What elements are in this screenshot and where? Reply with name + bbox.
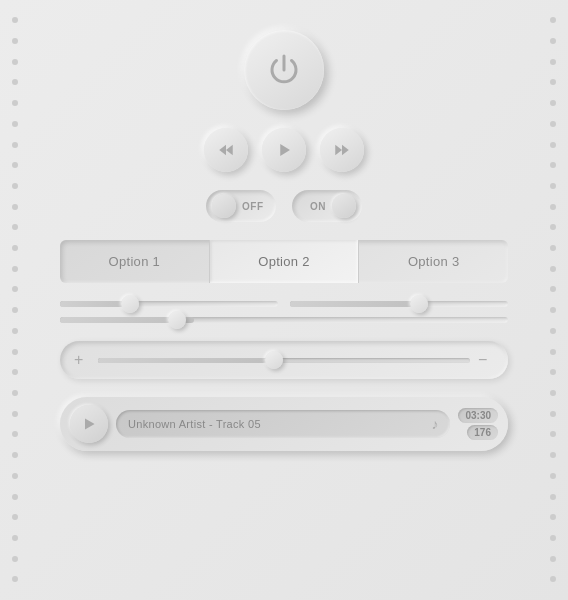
dot <box>550 59 556 65</box>
dot <box>550 307 556 313</box>
dot <box>12 59 18 65</box>
left-dot-border <box>0 0 30 600</box>
svg-marker-5 <box>85 418 95 429</box>
toggle-on-label: ON <box>310 201 326 212</box>
dot <box>550 224 556 230</box>
toggle-off-label: OFF <box>242 201 264 212</box>
slider-2-thumb[interactable] <box>410 295 428 313</box>
music-note-icon: ♪ <box>431 416 438 432</box>
slider-2-fill <box>290 301 425 307</box>
media-controls <box>204 128 364 172</box>
toggle-on-switch[interactable]: ON <box>292 190 362 222</box>
dot <box>550 369 556 375</box>
dot <box>12 79 18 85</box>
dot <box>550 121 556 127</box>
toggle-off-switch[interactable]: OFF <box>206 190 276 222</box>
dot <box>550 556 556 562</box>
volume-max-icon: − <box>478 351 494 369</box>
player-play-button[interactable] <box>70 405 108 443</box>
music-player: Unknown Artist - Track 05 ♪ 03:30 176 <box>60 397 508 451</box>
dot <box>550 204 556 210</box>
time-info: 03:30 176 <box>458 408 498 440</box>
dot <box>12 411 18 417</box>
slider-3[interactable] <box>60 317 508 323</box>
toggle-knob-on <box>332 194 356 218</box>
forward-icon <box>333 141 351 159</box>
track-info: Unknown Artist - Track 05 ♪ <box>116 410 450 438</box>
dot <box>12 390 18 396</box>
dot <box>12 535 18 541</box>
power-icon <box>266 52 302 88</box>
dot <box>12 142 18 148</box>
svg-marker-3 <box>335 145 342 156</box>
right-dot-border <box>538 0 568 600</box>
dot <box>550 162 556 168</box>
volume-thumb[interactable] <box>265 351 283 369</box>
slider-1-thumb[interactable] <box>121 295 139 313</box>
dot <box>12 17 18 23</box>
slider-2[interactable] <box>290 301 508 307</box>
dot <box>550 431 556 437</box>
dot <box>12 121 18 127</box>
slider-3-thumb[interactable] <box>168 311 186 329</box>
dot <box>550 494 556 500</box>
dot <box>12 514 18 520</box>
dot <box>550 411 556 417</box>
dot <box>550 535 556 541</box>
dot <box>550 473 556 479</box>
rewind-icon <box>217 141 235 159</box>
main-container: OFF ON Option 1 Option 2 Option 3 <box>0 0 568 600</box>
dot <box>550 183 556 189</box>
volume-track[interactable] <box>98 358 470 363</box>
dot <box>12 183 18 189</box>
segmented-control: Option 1 Option 2 Option 3 <box>60 240 508 283</box>
play-button[interactable] <box>262 128 306 172</box>
dot <box>550 349 556 355</box>
volume-fill <box>98 358 265 363</box>
dot <box>12 245 18 251</box>
dot <box>12 100 18 106</box>
volume-control: + − <box>60 341 508 379</box>
dot <box>12 494 18 500</box>
segment-option3[interactable]: Option 3 <box>359 240 508 283</box>
dot <box>550 390 556 396</box>
slider-1[interactable] <box>60 301 278 307</box>
dot <box>12 286 18 292</box>
svg-marker-1 <box>226 145 233 156</box>
dot <box>12 162 18 168</box>
volume-min-icon: + <box>74 351 90 369</box>
dot <box>550 38 556 44</box>
dot <box>12 369 18 375</box>
svg-marker-0 <box>219 145 226 156</box>
power-button[interactable] <box>244 30 324 110</box>
dot <box>12 328 18 334</box>
dot <box>12 452 18 458</box>
segment-option1[interactable]: Option 1 <box>60 240 210 283</box>
rewind-button[interactable] <box>204 128 248 172</box>
toggle-knob-off <box>212 194 236 218</box>
track-name: Unknown Artist - Track 05 <box>128 418 261 430</box>
dot <box>550 142 556 148</box>
dot <box>550 17 556 23</box>
dot <box>12 556 18 562</box>
dot <box>12 576 18 582</box>
toggle-row: OFF ON <box>206 190 362 222</box>
dot <box>550 328 556 334</box>
dot <box>550 286 556 292</box>
dot <box>12 473 18 479</box>
dot <box>12 38 18 44</box>
forward-button[interactable] <box>320 128 364 172</box>
svg-marker-4 <box>342 145 349 156</box>
player-play-icon <box>81 416 97 432</box>
dot <box>12 204 18 210</box>
dot <box>12 307 18 313</box>
dot <box>12 349 18 355</box>
dot <box>550 452 556 458</box>
sliders-area <box>60 301 508 323</box>
dot <box>550 100 556 106</box>
segment-option2[interactable]: Option 2 <box>210 240 360 283</box>
svg-marker-2 <box>280 144 290 156</box>
dot <box>12 431 18 437</box>
bitrate-display: 176 <box>467 425 498 440</box>
dot <box>550 576 556 582</box>
